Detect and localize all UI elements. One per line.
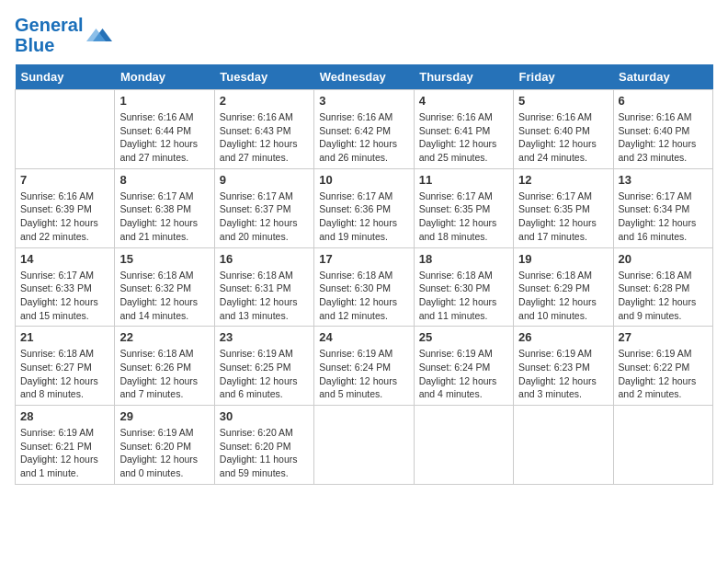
- day-number: 23: [220, 330, 309, 344]
- calendar-cell: [16, 90, 115, 169]
- day-number: 22: [119, 330, 209, 344]
- calendar-cell: 5Sunrise: 6:16 AM Sunset: 6:40 PM Daylig…: [514, 90, 613, 169]
- header-row: SundayMondayTuesdayWednesdayThursdayFrid…: [16, 64, 713, 90]
- day-number: 17: [319, 252, 408, 266]
- day-info: Sunrise: 6:18 AM Sunset: 6:28 PM Dayligh…: [619, 269, 708, 323]
- day-number: 11: [419, 173, 508, 187]
- day-number: 8: [119, 173, 209, 187]
- day-number: 15: [119, 252, 209, 266]
- calendar-cell: 25Sunrise: 6:19 AM Sunset: 6:24 PM Dayli…: [414, 327, 513, 406]
- calendar-cell: [514, 406, 613, 485]
- day-number: 16: [220, 252, 309, 266]
- day-number: 24: [319, 330, 408, 344]
- calendar-cell: 14Sunrise: 6:17 AM Sunset: 6:33 PM Dayli…: [16, 247, 115, 327]
- day-info: Sunrise: 6:20 AM Sunset: 6:20 PM Dayligh…: [220, 426, 309, 480]
- week-row-2: 7Sunrise: 6:16 AM Sunset: 6:39 PM Daylig…: [16, 168, 713, 247]
- day-info: Sunrise: 6:18 AM Sunset: 6:31 PM Dayligh…: [220, 269, 309, 323]
- day-info: Sunrise: 6:19 AM Sunset: 6:25 PM Dayligh…: [220, 347, 309, 401]
- day-info: Sunrise: 6:17 AM Sunset: 6:36 PM Dayligh…: [319, 190, 408, 244]
- day-info: Sunrise: 6:16 AM Sunset: 6:41 PM Dayligh…: [419, 110, 508, 165]
- logo-icon: [86, 22, 112, 48]
- day-number: 25: [419, 330, 508, 344]
- day-number: 1: [119, 94, 209, 108]
- day-number: 10: [319, 173, 408, 187]
- calendar-cell: 11Sunrise: 6:17 AM Sunset: 6:35 PM Dayli…: [414, 168, 513, 247]
- calendar-cell: 19Sunrise: 6:18 AM Sunset: 6:29 PM Dayli…: [514, 247, 613, 327]
- day-info: Sunrise: 6:17 AM Sunset: 6:38 PM Dayligh…: [119, 190, 209, 244]
- header-cell-saturday: Saturday: [613, 64, 712, 90]
- day-number: 28: [20, 409, 109, 423]
- day-number: 4: [419, 94, 508, 108]
- page-header: GeneralBlue: [15, 15, 713, 55]
- calendar-cell: 20Sunrise: 6:18 AM Sunset: 6:28 PM Dayli…: [613, 247, 712, 327]
- day-number: 21: [20, 330, 109, 344]
- day-info: Sunrise: 6:17 AM Sunset: 6:37 PM Dayligh…: [220, 190, 309, 244]
- day-info: Sunrise: 6:19 AM Sunset: 6:21 PM Dayligh…: [20, 426, 109, 480]
- day-info: Sunrise: 6:16 AM Sunset: 6:39 PM Dayligh…: [20, 190, 109, 244]
- calendar-cell: 12Sunrise: 6:17 AM Sunset: 6:35 PM Dayli…: [514, 168, 613, 247]
- header-cell-sunday: Sunday: [16, 64, 115, 90]
- calendar-cell: 15Sunrise: 6:18 AM Sunset: 6:32 PM Dayli…: [115, 247, 214, 327]
- day-number: 14: [20, 252, 109, 266]
- day-info: Sunrise: 6:18 AM Sunset: 6:27 PM Dayligh…: [20, 347, 109, 401]
- day-number: 7: [20, 173, 109, 187]
- calendar-cell: 18Sunrise: 6:18 AM Sunset: 6:30 PM Dayli…: [414, 247, 513, 327]
- calendar-cell: 10Sunrise: 6:17 AM Sunset: 6:36 PM Dayli…: [314, 168, 414, 247]
- header-cell-monday: Monday: [115, 64, 214, 90]
- day-info: Sunrise: 6:18 AM Sunset: 6:26 PM Dayligh…: [119, 347, 209, 401]
- day-number: 3: [319, 94, 408, 108]
- day-info: Sunrise: 6:17 AM Sunset: 6:33 PM Dayligh…: [20, 269, 109, 323]
- header-cell-tuesday: Tuesday: [214, 64, 313, 90]
- calendar-cell: 4Sunrise: 6:16 AM Sunset: 6:41 PM Daylig…: [414, 90, 513, 169]
- calendar-cell: 26Sunrise: 6:19 AM Sunset: 6:23 PM Dayli…: [514, 327, 613, 406]
- day-info: Sunrise: 6:18 AM Sunset: 6:30 PM Dayligh…: [419, 269, 508, 323]
- calendar-cell: 22Sunrise: 6:18 AM Sunset: 6:26 PM Dayli…: [115, 327, 214, 406]
- day-number: 5: [518, 94, 608, 108]
- day-info: Sunrise: 6:19 AM Sunset: 6:20 PM Dayligh…: [119, 426, 209, 480]
- logo-text: GeneralBlue: [15, 15, 83, 55]
- day-info: Sunrise: 6:17 AM Sunset: 6:35 PM Dayligh…: [518, 190, 608, 244]
- calendar-cell: 16Sunrise: 6:18 AM Sunset: 6:31 PM Dayli…: [214, 247, 313, 327]
- day-number: 29: [119, 409, 209, 423]
- calendar-cell: 2Sunrise: 6:16 AM Sunset: 6:43 PM Daylig…: [214, 90, 313, 169]
- calendar-cell: 13Sunrise: 6:17 AM Sunset: 6:34 PM Dayli…: [613, 168, 712, 247]
- calendar-cell: 27Sunrise: 6:19 AM Sunset: 6:22 PM Dayli…: [613, 327, 712, 406]
- week-row-5: 28Sunrise: 6:19 AM Sunset: 6:21 PM Dayli…: [16, 406, 713, 485]
- header-cell-wednesday: Wednesday: [314, 64, 414, 90]
- calendar-table: SundayMondayTuesdayWednesdayThursdayFrid…: [15, 64, 713, 485]
- day-number: 30: [220, 409, 309, 423]
- day-info: Sunrise: 6:18 AM Sunset: 6:30 PM Dayligh…: [319, 269, 408, 323]
- calendar-cell: [414, 406, 513, 485]
- day-info: Sunrise: 6:18 AM Sunset: 6:29 PM Dayligh…: [518, 269, 608, 323]
- week-row-4: 21Sunrise: 6:18 AM Sunset: 6:27 PM Dayli…: [16, 327, 713, 406]
- day-number: 12: [518, 173, 608, 187]
- calendar-cell: 3Sunrise: 6:16 AM Sunset: 6:42 PM Daylig…: [314, 90, 414, 169]
- calendar-cell: 21Sunrise: 6:18 AM Sunset: 6:27 PM Dayli…: [16, 327, 115, 406]
- calendar-cell: 9Sunrise: 6:17 AM Sunset: 6:37 PM Daylig…: [214, 168, 313, 247]
- day-number: 19: [518, 252, 608, 266]
- day-number: 2: [220, 94, 309, 108]
- calendar-cell: 1Sunrise: 6:16 AM Sunset: 6:44 PM Daylig…: [115, 90, 214, 169]
- day-info: Sunrise: 6:16 AM Sunset: 6:43 PM Dayligh…: [220, 110, 309, 165]
- calendar-cell: 7Sunrise: 6:16 AM Sunset: 6:39 PM Daylig…: [16, 168, 115, 247]
- calendar-cell: 29Sunrise: 6:19 AM Sunset: 6:20 PM Dayli…: [115, 406, 214, 485]
- day-number: 26: [518, 330, 608, 344]
- calendar-cell: 23Sunrise: 6:19 AM Sunset: 6:25 PM Dayli…: [214, 327, 313, 406]
- calendar-cell: [613, 406, 712, 485]
- day-info: Sunrise: 6:19 AM Sunset: 6:23 PM Dayligh…: [518, 347, 608, 401]
- day-number: 13: [619, 173, 708, 187]
- calendar-cell: 28Sunrise: 6:19 AM Sunset: 6:21 PM Dayli…: [16, 406, 115, 485]
- day-info: Sunrise: 6:16 AM Sunset: 6:40 PM Dayligh…: [619, 110, 708, 165]
- day-number: 6: [619, 94, 708, 108]
- calendar-cell: [314, 406, 414, 485]
- day-info: Sunrise: 6:17 AM Sunset: 6:34 PM Dayligh…: [619, 190, 708, 244]
- calendar-cell: 6Sunrise: 6:16 AM Sunset: 6:40 PM Daylig…: [613, 90, 712, 169]
- calendar-cell: 17Sunrise: 6:18 AM Sunset: 6:30 PM Dayli…: [314, 247, 414, 327]
- day-number: 9: [220, 173, 309, 187]
- day-info: Sunrise: 6:16 AM Sunset: 6:40 PM Dayligh…: [518, 110, 608, 165]
- week-row-1: 1Sunrise: 6:16 AM Sunset: 6:44 PM Daylig…: [16, 90, 713, 169]
- day-info: Sunrise: 6:16 AM Sunset: 6:42 PM Dayligh…: [319, 110, 408, 165]
- logo: GeneralBlue: [15, 15, 112, 55]
- week-row-3: 14Sunrise: 6:17 AM Sunset: 6:33 PM Dayli…: [16, 247, 713, 327]
- day-info: Sunrise: 6:19 AM Sunset: 6:22 PM Dayligh…: [619, 347, 708, 401]
